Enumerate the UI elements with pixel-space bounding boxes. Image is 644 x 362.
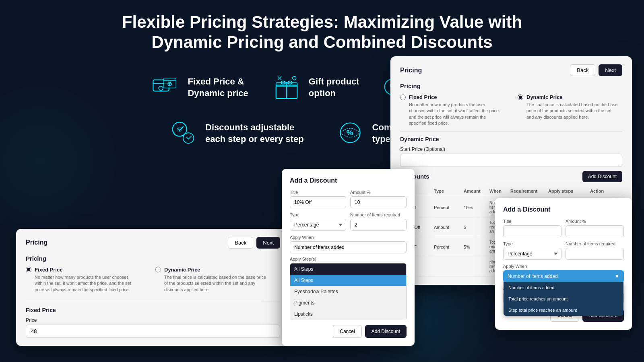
modal-1-items-input[interactable] — [350, 219, 407, 231]
discounts-header: Discounts Add Discount — [400, 171, 622, 182]
modal-2-type-row: Type Percentage Amount Number of items r… — [503, 241, 624, 260]
svg-text:%: % — [346, 128, 353, 137]
row-amount: 5% — [464, 245, 488, 249]
add-discount-button[interactable]: Add Discount — [582, 171, 622, 182]
large-panel-header: Pricing Back Next — [400, 64, 622, 76]
dynamic-price-section-title: Dynamic Price — [400, 136, 622, 142]
small-back-button[interactable]: Back — [228, 237, 253, 249]
modal-1-amount-label: Amount % — [350, 190, 407, 195]
modal-2-title-group: Title — [503, 219, 561, 237]
add-discount-modal-2: Add a Discount Title Amount % Type Perce… — [495, 198, 632, 330]
dynamic-price-radio[interactable] — [155, 267, 161, 272]
modal-2-items-label: Number of items required — [566, 241, 624, 246]
modal-2-title-input[interactable] — [503, 225, 561, 237]
feature-discounts-adjustable-label: Discounts adjustableeach step or every s… — [205, 122, 304, 145]
modal-2-option-total-price[interactable]: Total price reaches an amount — [504, 293, 623, 304]
modal-1-type-row: Type Percentage Amount Number of items r… — [290, 212, 407, 231]
fixed-price-radio[interactable] — [26, 267, 31, 272]
row-amount: 5 — [464, 225, 488, 230]
price-input[interactable] — [26, 325, 280, 338]
col-amount: Amount — [464, 189, 488, 193]
row-type: Percent — [434, 205, 462, 210]
modal-2-apply-when-group: Apply When Number of items added ▼ Numbe… — [503, 264, 624, 282]
modal-2-items-group: Number of items required — [566, 241, 624, 260]
modal-2-items-input[interactable] — [566, 248, 624, 260]
row-amount: 10% — [464, 205, 488, 210]
modal-2-type-select[interactable]: Percentage Amount — [503, 248, 561, 260]
modal-1-apply-steps-dropdown[interactable]: All Steps All Steps Eyeshadow Palettes P… — [290, 263, 407, 320]
small-next-button[interactable]: Next — [256, 237, 280, 249]
dynamic-price-option: Dynamic Price The final price is calcula… — [155, 267, 269, 293]
col-when: When — [489, 189, 509, 193]
large-pricing-radio-row: Fixed Price No matter how many products … — [400, 94, 622, 127]
col-requirement: Requirement — [510, 189, 547, 193]
modal-1-type-group: Type Percentage Amount — [290, 212, 346, 231]
modal-2-apply-when-list: Number of items added Total price reache… — [504, 282, 623, 316]
svg-point-16 — [183, 133, 194, 143]
combo-icon: % — [336, 119, 364, 148]
modal-1-apply-when-group: Apply When — [290, 235, 407, 253]
modal-2-apply-when-value: Number of items added — [508, 274, 558, 279]
modal-1-option-all-steps-bar[interactable]: All Steps — [290, 263, 406, 275]
fixed-price-radio-label: Fixed Price — [35, 267, 62, 273]
svg-point-2 — [159, 86, 163, 90]
modal-2-apply-when-selected[interactable]: Number of items added ▼ — [504, 271, 623, 282]
start-price-section: Start Price (Optional) — [400, 146, 622, 167]
add-discount-modal-1: Add a Discount Title Amount % Type Perce… — [282, 169, 415, 346]
modal-2-title-row: Title Amount % — [503, 219, 624, 237]
modal-1-title-row: Title Amount % — [290, 190, 407, 208]
row-type: Percent — [434, 245, 462, 249]
modal-2-type-label: Type — [503, 241, 561, 246]
modal-1-apply-steps-label: Apply Step(s) — [290, 257, 407, 261]
modal-1-footer: Cancel Add Discount — [290, 325, 407, 338]
large-dynamic-price-radio[interactable] — [518, 95, 523, 100]
modal-1-apply-steps-group: Apply Step(s) All Steps All Steps Eyesha… — [290, 257, 407, 320]
modal-1-apply-when-label: Apply When — [290, 235, 407, 240]
modal-1-amount-input[interactable] — [350, 196, 407, 208]
modal-1-add-button[interactable]: Add Discount — [365, 325, 407, 338]
modal-2-title-label: Title — [503, 219, 561, 224]
modal-1-cancel-button[interactable]: Cancel — [333, 325, 361, 338]
fixed-price-section: Fixed Price Price — [26, 301, 280, 338]
dynamic-price-radio-label: Dynamic Price — [164, 267, 200, 273]
svg-point-9 — [293, 76, 296, 80]
modal-1-title-input[interactable] — [290, 196, 346, 208]
gift-icon — [272, 73, 301, 103]
modal-2-amount-label: Amount % — [566, 219, 624, 224]
modal-2-option-step-total[interactable]: Step total price reaches an amount — [504, 304, 623, 316]
large-fixed-price-option: Fixed Price No matter how many products … — [400, 94, 502, 127]
modal-1-option-all-steps[interactable]: All Steps — [290, 275, 406, 286]
table-header: Name Type Amount When Requirement Apply … — [400, 186, 622, 196]
modal-2-amount-group: Amount % — [566, 219, 624, 237]
large-next-button[interactable]: Next — [599, 64, 622, 76]
modal-2-amount-input[interactable] — [566, 225, 624, 237]
page-title: Flexible Pricing Strategies: Maximizing … — [0, 0, 644, 61]
fixed-price-desc: No matter how many products the user cho… — [35, 274, 139, 293]
pricing-panel-small: Pricing Back Next Pricing Fixed Price No… — [16, 229, 290, 346]
start-price-input[interactable] — [400, 154, 622, 167]
pricing-radio-row: Fixed Price No matter how many products … — [26, 267, 280, 293]
modal-2-apply-when-dropdown[interactable]: Number of items added ▼ Number of items … — [503, 270, 624, 282]
chevron-down-icon: ▼ — [615, 274, 619, 279]
feature-discounts-adjustable: Discounts adjustableeach step or every s… — [169, 119, 304, 148]
modal-1-option-eyeshadow[interactable]: Eyeshadow Palettes — [290, 286, 406, 297]
modal-1-apply-when-input[interactable] — [290, 241, 407, 253]
modal-2-option-number-items[interactable]: Number of items added — [504, 282, 623, 293]
modal-2-apply-when-label: Apply When — [503, 264, 624, 269]
modal-1-amount-group: Amount % — [350, 190, 407, 208]
large-fixed-price-radio[interactable] — [400, 95, 406, 100]
dynamic-price-desc: The final price is calculated based on t… — [164, 274, 269, 293]
large-back-button[interactable]: Back — [570, 64, 595, 76]
feature-fixed-dynamic: Fixed Price &Dynamic price — [151, 73, 248, 103]
small-panel-title: Pricing — [26, 239, 47, 246]
modal-1-type-select[interactable]: Percentage Amount — [290, 219, 346, 231]
modal-1-type-label: Type — [290, 212, 346, 217]
fixed-price-section-title: Fixed Price — [26, 307, 280, 313]
adjust-icon — [169, 119, 197, 148]
modal-1-items-group: Number of items required — [350, 212, 407, 231]
modal-1-title-group: Title — [290, 190, 346, 208]
modal-1-option-lipsticks[interactable]: Lipsticks — [290, 309, 406, 320]
small-panel-header: Pricing Back Next — [26, 237, 280, 249]
feature-gift-product: Gift productoption — [272, 73, 359, 103]
modal-1-option-pigments[interactable]: Pigments — [290, 297, 406, 309]
